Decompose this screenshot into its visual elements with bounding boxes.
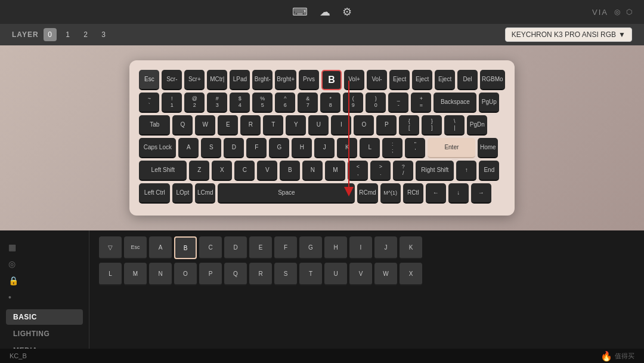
- key-m1[interactable]: M^(1): [380, 183, 401, 204]
- pkey-g[interactable]: G: [299, 236, 322, 259]
- layer-btn-1[interactable]: 1: [61, 28, 75, 41]
- key-capslock[interactable]: Caps Lock: [139, 138, 176, 158]
- key-vol-plus[interactable]: Vol+: [344, 70, 364, 90]
- pkey-w[interactable]: W: [374, 263, 397, 285]
- key-h[interactable]: H: [292, 138, 312, 158]
- key-backslash[interactable]: \|: [444, 115, 465, 136]
- key-rgbmo[interactable]: RGBMo: [480, 70, 505, 90]
- key-down[interactable]: ↓: [448, 183, 469, 204]
- key-a[interactable]: A: [178, 138, 199, 158]
- pkey-o[interactable]: O: [174, 263, 197, 285]
- key-equals[interactable]: +=: [411, 93, 431, 113]
- keyboard-name-button[interactable]: KEYCHRON K3 PRO ANSI RGB ▼: [505, 27, 632, 42]
- pkey-i[interactable]: I: [349, 236, 372, 259]
- gear-icon[interactable]: ⚙: [342, 5, 352, 19]
- pkey-p[interactable]: P: [199, 263, 222, 285]
- key-left[interactable]: ←: [426, 183, 446, 204]
- key-backspace[interactable]: Backspace: [434, 93, 476, 113]
- key-z[interactable]: Z: [189, 161, 209, 181]
- key-rshift[interactable]: Right Shift: [416, 161, 454, 181]
- key-5[interactable]: %5: [252, 93, 273, 113]
- pkey-q[interactable]: Q: [224, 263, 247, 285]
- layer-btn-0[interactable]: 0: [44, 28, 57, 41]
- key-slash[interactable]: ?/: [393, 161, 413, 181]
- pkey-v[interactable]: V: [349, 263, 372, 285]
- key-3[interactable]: #3: [207, 93, 227, 113]
- key-t[interactable]: T: [263, 115, 283, 136]
- key-space[interactable]: Space: [218, 183, 355, 204]
- key-pgdn[interactable]: PgDn: [467, 115, 487, 136]
- layer-btn-3[interactable]: 3: [97, 28, 110, 41]
- pkey-t[interactable]: T: [299, 263, 322, 285]
- pkey-e[interactable]: E: [249, 236, 272, 259]
- key-mctrl[interactable]: MCtr|: [207, 70, 227, 90]
- key-lshift[interactable]: Left Shift: [139, 161, 187, 181]
- key-4[interactable]: $4: [230, 93, 250, 113]
- key-end[interactable]: End: [479, 161, 499, 181]
- key-brght-plus[interactable]: Brght+: [275, 70, 296, 90]
- pkey-x[interactable]: X: [400, 263, 422, 285]
- key-r[interactable]: R: [240, 115, 261, 136]
- pkey-c[interactable]: C: [199, 236, 222, 259]
- key-del[interactable]: Del: [457, 70, 478, 90]
- key-rctl[interactable]: RCtl: [403, 183, 423, 204]
- key-f[interactable]: F: [246, 138, 267, 158]
- pkey-h[interactable]: H: [324, 236, 347, 259]
- key-u[interactable]: U: [308, 115, 329, 136]
- key-7[interactable]: &7: [298, 93, 318, 113]
- key-semicolon[interactable]: :;: [382, 138, 402, 158]
- key-b-row[interactable]: B: [280, 161, 300, 181]
- grid-icon[interactable]: ▦: [8, 242, 16, 252]
- key-esc[interactable]: Esc: [139, 70, 159, 90]
- pkey-u[interactable]: U: [324, 263, 347, 285]
- key-home[interactable]: Home: [478, 138, 498, 158]
- key-comma[interactable]: <,: [348, 161, 368, 181]
- key-i[interactable]: I: [331, 115, 351, 136]
- key-0[interactable]: )0: [366, 93, 386, 113]
- key-rbracket[interactable]: }]: [422, 115, 442, 136]
- pkey-m[interactable]: M: [124, 263, 147, 285]
- key-scr-plus[interactable]: Scr+: [184, 70, 205, 90]
- key-tab[interactable]: Tab: [139, 115, 170, 136]
- key-eject2[interactable]: Eject: [412, 70, 432, 90]
- circle-icon[interactable]: ◎: [8, 259, 16, 269]
- key-right[interactable]: →: [471, 183, 491, 204]
- key-quote[interactable]: "': [405, 138, 425, 158]
- pkey-l[interactable]: L: [99, 263, 122, 285]
- key-enter[interactable]: Enter: [428, 138, 475, 158]
- key-c[interactable]: C: [234, 161, 255, 181]
- key-d[interactable]: D: [224, 138, 244, 158]
- key-eject1[interactable]: Eject: [389, 70, 410, 90]
- key-k[interactable]: K: [337, 138, 357, 158]
- sidebar-item-basic[interactable]: BASIC: [6, 309, 83, 325]
- key-8[interactable]: *8: [320, 93, 340, 113]
- pkey-k[interactable]: K: [400, 236, 422, 259]
- usb-icon[interactable]: ☁: [320, 5, 330, 19]
- key-x[interactable]: X: [212, 161, 232, 181]
- key-o[interactable]: O: [354, 115, 374, 136]
- pkey-j[interactable]: J: [374, 236, 397, 259]
- key-eject3[interactable]: Eject: [435, 70, 455, 90]
- pkey-b[interactable]: B: [174, 236, 197, 259]
- key-p[interactable]: P: [376, 115, 397, 136]
- key-y[interactable]: Y: [286, 115, 306, 136]
- key-9[interactable]: (9: [343, 93, 363, 113]
- key-scr-minus[interactable]: Scr-: [162, 70, 182, 90]
- dot-icon[interactable]: •: [8, 293, 11, 302]
- key-prvs[interactable]: Prvs: [299, 70, 319, 90]
- key-s[interactable]: S: [201, 138, 221, 158]
- key-lctrl[interactable]: Left Ctrl: [139, 183, 170, 204]
- key-period[interactable]: >.: [370, 161, 391, 181]
- pkey-s[interactable]: S: [274, 263, 297, 285]
- pkey-n[interactable]: N: [149, 263, 172, 285]
- key-w[interactable]: W: [195, 115, 215, 136]
- sidebar-item-lighting[interactable]: LIGHTING: [6, 326, 83, 342]
- key-lpad[interactable]: LPad: [230, 70, 250, 90]
- key-n[interactable]: N: [302, 161, 323, 181]
- key-tilde[interactable]: ~`: [139, 93, 159, 113]
- key-vol-minus[interactable]: Vol-: [367, 70, 387, 90]
- key-l[interactable]: L: [360, 138, 380, 158]
- key-lopt[interactable]: LOpt: [172, 183, 193, 204]
- key-lbracket[interactable]: {[: [399, 115, 419, 136]
- pkey-d[interactable]: D: [224, 236, 247, 259]
